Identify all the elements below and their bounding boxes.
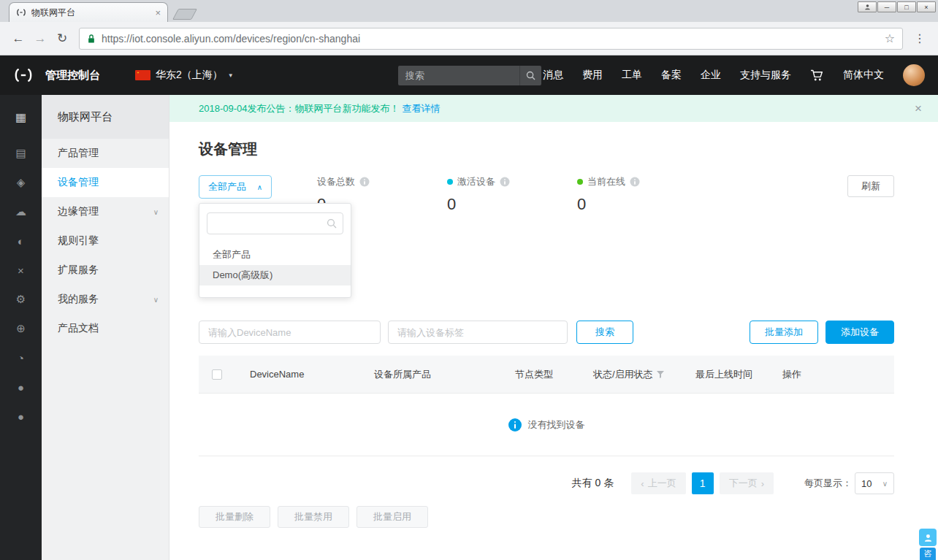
dot-icon — [577, 179, 583, 185]
topnav: 管理控制台 华东2（上海） ▼ 消息 费用 工单 备案 企业 支持与服务 简体中… — [0, 55, 938, 95]
info-icon — [508, 418, 522, 431]
sidebar-item-my-services[interactable]: 我的服务 ∨ — [42, 285, 169, 314]
add-device-button[interactable]: 添加设备 — [825, 321, 894, 344]
sidebar-item-extended-services[interactable]: 扩展服务 — [42, 256, 169, 285]
refresh-button[interactable]: 刷新 — [847, 175, 894, 197]
select-all-checkbox[interactable] — [212, 369, 222, 380]
next-arrow-icon: › — [761, 478, 764, 489]
prev-arrow-icon: ‹ — [641, 478, 644, 489]
tab-close-icon[interactable]: × — [155, 8, 161, 18]
url-bar[interactable]: https://iot.console.aliyun.com/devices/r… — [79, 28, 903, 50]
topnav-item-icp[interactable]: 备案 — [661, 69, 682, 82]
column-actions: 操作 — [782, 368, 894, 381]
sidebar-item-label: 我的服务 — [58, 293, 99, 306]
help-icon[interactable] — [630, 177, 640, 187]
search-button[interactable]: 搜索 — [576, 321, 633, 344]
sidebar-item-label: 扩展服务 — [58, 264, 99, 277]
topnav-item-tickets[interactable]: 工单 — [622, 69, 642, 82]
dropdown-option-all[interactable]: 全部产品 — [199, 245, 351, 265]
browser-addressbar: ← → ↻ https://iot.console.aliyun.com/dev… — [0, 22, 938, 55]
profile-button[interactable] — [858, 1, 877, 12]
icon-rail: ▦ ▤ ◈ ☁ ◐ × ⚙ ⊕ ◔ ● ● — [0, 95, 42, 560]
apps-grid-icon[interactable]: ▦ — [0, 95, 42, 139]
dropdown-option-demo[interactable]: Demo(高级版) — [199, 265, 351, 285]
close-button[interactable]: × — [917, 1, 936, 12]
language-selector[interactable]: 简体中文 — [843, 69, 884, 82]
topnav-item-billing[interactable]: 费用 — [582, 69, 603, 82]
rail-extensions-icon[interactable]: ⚙ — [0, 285, 42, 314]
batch-delete-button[interactable]: 批量删除 — [199, 506, 270, 528]
sidebar-item-rules-engine[interactable]: 规则引擎 — [42, 226, 169, 256]
chat-widget[interactable]: 咨 — [919, 529, 937, 560]
rail-status-icon-2[interactable]: ● — [0, 402, 42, 431]
region-label: 华东2（上海） — [156, 69, 223, 82]
rail-devices-icon[interactable]: ◈ — [0, 168, 42, 197]
chevron-down-icon: ∨ — [882, 480, 888, 488]
console-home-link[interactable]: 管理控制台 — [45, 69, 100, 83]
browser-menu-icon[interactable]: ⋮ — [909, 28, 931, 50]
topnav-item-messages[interactable]: 消息 — [543, 69, 563, 82]
next-page-button[interactable]: 下一页 › — [720, 472, 774, 494]
cart-icon[interactable] — [810, 69, 824, 82]
per-page-select[interactable]: 10 ∨ — [855, 472, 894, 494]
filter-icon[interactable] — [657, 371, 664, 378]
new-tab-button[interactable] — [172, 9, 197, 20]
column-product: 设备所属产品 — [374, 368, 515, 381]
lock-icon — [87, 34, 96, 44]
help-icon[interactable] — [359, 177, 370, 187]
dropdown-search-input[interactable] — [213, 218, 327, 229]
stat-label: 激活设备 — [457, 175, 495, 188]
rail-data-icon[interactable]: ◐ — [0, 226, 42, 256]
device-tag-input[interactable] — [388, 321, 568, 344]
stat-value: 0 — [447, 195, 557, 214]
chevron-down-icon: ∨ — [153, 208, 159, 216]
topnav-search-input[interactable] — [398, 70, 519, 81]
sidebar-item-device-mgmt[interactable]: 设备管理 — [42, 168, 169, 197]
column-devicename: DeviceName — [250, 369, 374, 380]
topnav-item-enterprise[interactable]: 企业 — [701, 69, 721, 82]
stat-online-devices: 当前在线 0 — [577, 175, 687, 214]
rail-cloud-icon[interactable]: ☁ — [0, 197, 42, 226]
china-flag-icon — [135, 70, 150, 80]
topnav-item-support[interactable]: 支持与服务 — [740, 69, 791, 82]
rail-rules-icon[interactable]: × — [0, 256, 42, 285]
browser-tab[interactable]: 物联网平台 × — [9, 2, 168, 22]
sidebar-item-product-docs[interactable]: 产品文档 — [42, 314, 169, 343]
sidebar-item-label: 边缘管理 — [58, 205, 99, 218]
sidebar-item-label: 规则引擎 — [58, 234, 99, 248]
batch-add-button[interactable]: 批量添加 — [750, 321, 818, 344]
sidebar-item-product-mgmt[interactable]: 产品管理 — [42, 139, 169, 168]
back-button[interactable]: ← — [7, 28, 29, 50]
stat-value: 0 — [577, 195, 687, 214]
batch-enable-button[interactable]: 批量启用 — [356, 506, 428, 528]
batch-disable-button[interactable]: 批量禁用 — [278, 506, 349, 528]
announcement-link[interactable]: 查看详情 — [403, 102, 441, 115]
sidebar-item-label: 设备管理 — [58, 176, 99, 189]
dropdown-search — [207, 212, 343, 234]
help-icon[interactable] — [500, 177, 510, 187]
maximize-button[interactable]: □ — [897, 1, 916, 12]
reload-button[interactable]: ↻ — [51, 28, 73, 50]
sidebar-item-edge-mgmt[interactable]: 边缘管理 ∨ — [42, 197, 169, 226]
search-icon[interactable] — [519, 66, 541, 85]
minimize-button[interactable]: ─ — [877, 1, 896, 12]
rail-services-icon[interactable]: ⊕ — [0, 314, 42, 343]
aliyun-logo[interactable] — [13, 67, 34, 83]
stat-activated-devices: 激活设备 0 — [447, 175, 557, 214]
forward-button[interactable]: → — [29, 28, 51, 50]
device-name-input[interactable] — [199, 321, 381, 344]
rail-products-icon[interactable]: ▤ — [0, 139, 42, 168]
page-number-button[interactable]: 1 — [692, 472, 714, 494]
rail-globe-icon[interactable]: ◔ — [0, 343, 42, 372]
product-filter-button[interactable]: 全部产品 ∧ — [199, 175, 272, 199]
announcement-close-icon[interactable]: × — [915, 102, 922, 115]
sidebar: 物联网平台 产品管理 设备管理 边缘管理 ∨ 规则引擎 扩展服务 我的服务 ∨ — [42, 95, 169, 560]
prev-page-button[interactable]: ‹ 上一页 — [631, 472, 685, 494]
rail-status-icon-1[interactable]: ● — [0, 372, 42, 402]
avatar[interactable] — [903, 64, 925, 86]
region-selector[interactable]: 华东2（上海） ▼ — [135, 69, 234, 82]
column-last-online: 最后上线时间 — [695, 368, 782, 381]
bookmark-star-icon[interactable]: ☆ — [885, 31, 895, 45]
product-dropdown: 全部产品 Demo(高级版) — [199, 203, 351, 298]
total-count: 共有 0 条 — [572, 477, 614, 490]
